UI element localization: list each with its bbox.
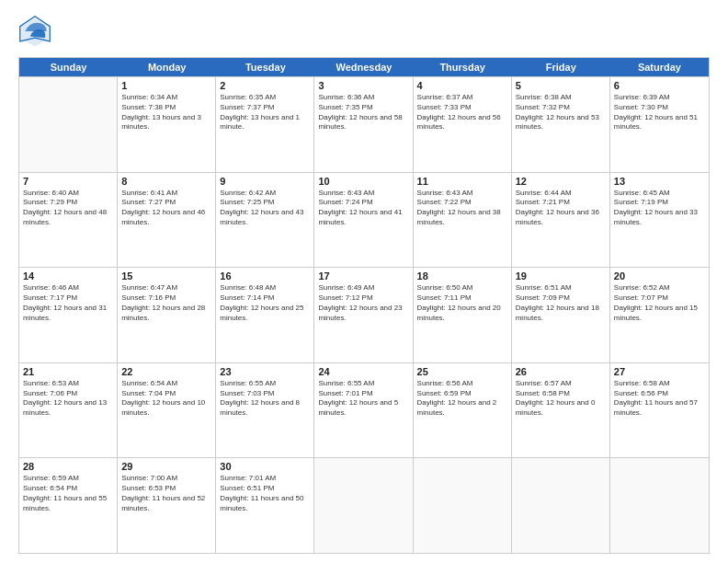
day-number-20: 20 (614, 270, 705, 282)
day-number-24: 24 (318, 366, 408, 377)
day-number-12: 12 (516, 176, 606, 187)
day-cell-16: 16Sunrise: 6:48 AM Sunset: 7:14 PM Dayli… (216, 268, 314, 362)
day-cell-21: 21Sunrise: 6:53 AM Sunset: 7:06 PM Dayli… (19, 363, 118, 458)
day-info-13: Sunrise: 6:45 AM Sunset: 7:19 PM Dayligh… (614, 189, 705, 228)
day-info-23: Sunrise: 6:55 AM Sunset: 7:03 PM Dayligh… (220, 379, 310, 419)
day-cell-30: 30Sunrise: 7:01 AM Sunset: 6:51 PM Dayli… (216, 458, 314, 553)
header (18, 15, 710, 48)
calendar-body: 1Sunrise: 6:34 AM Sunset: 7:38 PM Daylig… (19, 76, 709, 553)
day-info-7: Sunrise: 6:40 AM Sunset: 7:29 PM Dayligh… (23, 189, 113, 228)
day-info-30: Sunrise: 7:01 AM Sunset: 6:51 PM Dayligh… (220, 474, 310, 513)
day-number-5: 5 (516, 80, 606, 91)
day-info-9: Sunrise: 6:42 AM Sunset: 7:25 PM Dayligh… (220, 189, 310, 228)
day-cell-13: 13Sunrise: 6:45 AM Sunset: 7:19 PM Dayli… (610, 173, 709, 268)
day-info-12: Sunrise: 6:44 AM Sunset: 7:21 PM Dayligh… (516, 189, 606, 228)
empty-cell-w0d0 (19, 77, 118, 172)
day-number-15: 15 (121, 270, 211, 282)
day-cell-24: 24Sunrise: 6:55 AM Sunset: 7:01 PM Dayli… (314, 363, 413, 458)
week-row-4: 21Sunrise: 6:53 AM Sunset: 7:06 PM Dayli… (19, 362, 709, 458)
day-info-3: Sunrise: 6:36 AM Sunset: 7:35 PM Dayligh… (318, 93, 408, 132)
day-number-6: 6 (614, 80, 705, 91)
day-number-27: 27 (614, 366, 705, 377)
day-number-7: 7 (23, 176, 113, 187)
logo (18, 15, 55, 48)
week-row-2: 7Sunrise: 6:40 AM Sunset: 7:29 PM Daylig… (19, 172, 709, 268)
day-info-11: Sunrise: 6:43 AM Sunset: 7:22 PM Dayligh… (417, 189, 507, 228)
day-number-25: 25 (417, 366, 507, 377)
day-number-17: 17 (318, 270, 408, 282)
day-cell-17: 17Sunrise: 6:49 AM Sunset: 7:12 PM Dayli… (314, 268, 413, 362)
day-number-8: 8 (121, 176, 211, 187)
day-cell-14: 14Sunrise: 6:46 AM Sunset: 7:17 PM Dayli… (19, 268, 118, 362)
day-info-17: Sunrise: 6:49 AM Sunset: 7:12 PM Dayligh… (318, 283, 408, 323)
day-cell-22: 22Sunrise: 6:54 AM Sunset: 7:04 PM Dayli… (118, 363, 216, 458)
day-info-27: Sunrise: 6:58 AM Sunset: 6:56 PM Dayligh… (614, 379, 705, 419)
day-cell-25: 25Sunrise: 6:56 AM Sunset: 6:59 PM Dayli… (414, 363, 512, 458)
day-cell-26: 26Sunrise: 6:57 AM Sunset: 6:58 PM Dayli… (512, 363, 610, 458)
day-number-14: 14 (23, 270, 113, 282)
day-info-2: Sunrise: 6:35 AM Sunset: 7:37 PM Dayligh… (220, 93, 310, 132)
day-number-9: 9 (220, 176, 310, 187)
header-saturday: Saturday (610, 58, 709, 76)
day-number-21: 21 (23, 366, 113, 377)
day-info-14: Sunrise: 6:46 AM Sunset: 7:17 PM Dayligh… (23, 283, 113, 323)
header-sunday: Sunday (19, 58, 118, 76)
day-cell-29: 29Sunrise: 7:00 AM Sunset: 6:53 PM Dayli… (118, 458, 216, 553)
day-number-1: 1 (121, 80, 211, 91)
day-info-10: Sunrise: 6:43 AM Sunset: 7:24 PM Dayligh… (318, 189, 408, 228)
day-cell-1: 1Sunrise: 6:34 AM Sunset: 7:38 PM Daylig… (118, 77, 216, 172)
day-cell-11: 11Sunrise: 6:43 AM Sunset: 7:22 PM Dayli… (414, 173, 512, 268)
day-cell-12: 12Sunrise: 6:44 AM Sunset: 7:21 PM Dayli… (512, 173, 610, 268)
day-info-5: Sunrise: 6:38 AM Sunset: 7:32 PM Dayligh… (516, 93, 606, 132)
day-cell-8: 8Sunrise: 6:41 AM Sunset: 7:27 PM Daylig… (118, 173, 216, 268)
day-cell-23: 23Sunrise: 6:55 AM Sunset: 7:03 PM Dayli… (216, 363, 314, 458)
header-friday: Friday (512, 58, 610, 76)
day-info-20: Sunrise: 6:52 AM Sunset: 7:07 PM Dayligh… (614, 283, 705, 323)
empty-cell-w4d4 (414, 458, 512, 553)
day-number-18: 18 (417, 270, 507, 282)
day-info-26: Sunrise: 6:57 AM Sunset: 6:58 PM Dayligh… (516, 379, 606, 419)
day-info-29: Sunrise: 7:00 AM Sunset: 6:53 PM Dayligh… (121, 474, 211, 513)
week-row-1: 1Sunrise: 6:34 AM Sunset: 7:38 PM Daylig… (19, 76, 709, 172)
day-info-19: Sunrise: 6:51 AM Sunset: 7:09 PM Dayligh… (516, 283, 606, 323)
day-number-19: 19 (516, 270, 606, 282)
week-row-3: 14Sunrise: 6:46 AM Sunset: 7:17 PM Dayli… (19, 267, 709, 362)
day-cell-9: 9Sunrise: 6:42 AM Sunset: 7:25 PM Daylig… (216, 173, 314, 268)
logo-icon (18, 15, 51, 48)
day-info-4: Sunrise: 6:37 AM Sunset: 7:33 PM Dayligh… (417, 93, 507, 132)
day-cell-7: 7Sunrise: 6:40 AM Sunset: 7:29 PM Daylig… (19, 173, 118, 268)
day-info-15: Sunrise: 6:47 AM Sunset: 7:16 PM Dayligh… (121, 283, 211, 323)
day-info-1: Sunrise: 6:34 AM Sunset: 7:38 PM Dayligh… (121, 93, 211, 132)
day-cell-5: 5Sunrise: 6:38 AM Sunset: 7:32 PM Daylig… (512, 77, 610, 172)
day-cell-15: 15Sunrise: 6:47 AM Sunset: 7:16 PM Dayli… (118, 268, 216, 362)
week-row-5: 28Sunrise: 6:59 AM Sunset: 6:54 PM Dayli… (19, 457, 709, 553)
day-info-18: Sunrise: 6:50 AM Sunset: 7:11 PM Dayligh… (417, 283, 507, 323)
day-cell-3: 3Sunrise: 6:36 AM Sunset: 7:35 PM Daylig… (314, 77, 413, 172)
day-cell-10: 10Sunrise: 6:43 AM Sunset: 7:24 PM Dayli… (314, 173, 413, 268)
day-info-6: Sunrise: 6:39 AM Sunset: 7:30 PM Dayligh… (614, 93, 705, 132)
day-info-21: Sunrise: 6:53 AM Sunset: 7:06 PM Dayligh… (23, 379, 113, 419)
day-number-2: 2 (220, 80, 310, 91)
day-number-30: 30 (220, 461, 310, 472)
day-cell-27: 27Sunrise: 6:58 AM Sunset: 6:56 PM Dayli… (610, 363, 709, 458)
day-number-29: 29 (121, 461, 211, 472)
day-number-22: 22 (121, 366, 211, 377)
day-cell-19: 19Sunrise: 6:51 AM Sunset: 7:09 PM Dayli… (512, 268, 610, 362)
empty-cell-w4d5 (512, 458, 610, 553)
header-thursday: Thursday (414, 58, 512, 76)
header-monday: Monday (118, 58, 216, 76)
day-info-28: Sunrise: 6:59 AM Sunset: 6:54 PM Dayligh… (23, 474, 113, 513)
empty-cell-w4d6 (610, 458, 709, 553)
day-cell-4: 4Sunrise: 6:37 AM Sunset: 7:33 PM Daylig… (414, 77, 512, 172)
page: Sunday Monday Tuesday Wednesday Thursday… (0, 0, 728, 563)
day-number-26: 26 (516, 366, 606, 377)
day-cell-2: 2Sunrise: 6:35 AM Sunset: 7:37 PM Daylig… (216, 77, 314, 172)
day-number-16: 16 (220, 270, 310, 282)
day-cell-28: 28Sunrise: 6:59 AM Sunset: 6:54 PM Dayli… (19, 458, 118, 553)
header-wednesday: Wednesday (314, 58, 413, 76)
empty-cell-w4d3 (314, 458, 413, 553)
day-number-4: 4 (417, 80, 507, 91)
day-number-13: 13 (614, 176, 705, 187)
day-cell-6: 6Sunrise: 6:39 AM Sunset: 7:30 PM Daylig… (610, 77, 709, 172)
day-number-10: 10 (318, 176, 408, 187)
